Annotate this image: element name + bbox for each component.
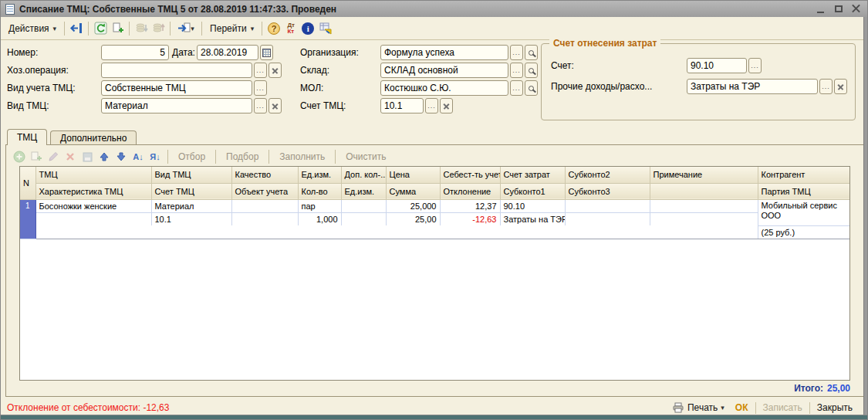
sort-ascending-button[interactable]: А↓	[130, 149, 146, 164]
end-edit-button[interactable]	[79, 149, 95, 164]
title-bar[interactable]: Списание ТМЦ: Собственные ТМЦ 5 от 28.08…	[1, 1, 867, 17]
cell-subkonto3[interactable]	[565, 212, 650, 225]
go-menu-button[interactable]: Перейти ▾	[205, 22, 258, 36]
row-number-cell[interactable]: 1	[20, 199, 35, 239]
tmc-grid[interactable]: N ТМЦ Вид ТМЦ Качество Ед.изм. Доп. кол-…	[19, 166, 850, 381]
deviation-status: Отклонение от себестоимости: -12,63	[7, 402, 169, 413]
cell-schet-tmc[interactable]: 10.1	[151, 212, 231, 225]
tmc-account-select-button[interactable]: ...	[425, 98, 438, 113]
cell-schet-zatrat[interactable]: 90.10	[500, 199, 565, 212]
actions-menu-button[interactable]: Действия ▾	[4, 22, 61, 36]
table-row[interactable]: 1 Босоножки женские Материал пар 25,000 …	[20, 199, 849, 212]
cell-primechanie[interactable]	[650, 199, 758, 212]
accounting-kind-input[interactable]	[101, 80, 252, 96]
tab-tmc[interactable]: ТМЦ	[7, 129, 47, 145]
cell-cena[interactable]: 25,000	[386, 199, 440, 212]
cell-ed-izm[interactable]: пар	[298, 199, 341, 212]
tmc-kind-select-button[interactable]: ...	[254, 98, 267, 113]
fill-button[interactable]: Заполнить	[274, 151, 330, 162]
dropdown-arrow-icon: ▾	[251, 25, 255, 32]
accounting-kind-select-button[interactable]: ...	[254, 80, 267, 96]
warehouse-input[interactable]	[380, 63, 508, 78]
print-button[interactable]: Печать ▾	[667, 402, 730, 413]
other-income-select-button[interactable]: ...	[819, 79, 833, 94]
cell-empty[interactable]	[35, 225, 758, 239]
tmc-kind-input[interactable]	[101, 98, 252, 113]
date-input[interactable]	[197, 45, 258, 60]
dt-kt-postings-button[interactable]: Дт Кт	[282, 20, 299, 37]
clear-x-icon	[837, 83, 844, 90]
tmc-account-input[interactable]	[380, 98, 424, 113]
gridbar-separator	[215, 150, 216, 164]
pick-button[interactable]: Подбор	[221, 151, 264, 162]
cell-harakteristika[interactable]	[35, 212, 151, 225]
cell-primechanie2[interactable]	[650, 212, 758, 225]
cell-obekt-ucheta[interactable]	[231, 212, 298, 225]
organization-input[interactable]	[380, 45, 508, 60]
cost-account-select-button[interactable]: ...	[748, 58, 762, 73]
mol-input[interactable]	[380, 80, 508, 96]
warehouse-open-button[interactable]	[525, 63, 538, 78]
close-button[interactable]	[849, 3, 863, 15]
output-menu-button[interactable]: ▾	[174, 20, 198, 37]
tmc-account-clear-button[interactable]	[440, 98, 453, 113]
cell-partiya[interactable]: (25 руб.)	[758, 225, 849, 239]
cell-ed-izm2[interactable]	[341, 212, 386, 225]
cell-summa[interactable]: 25,00	[386, 212, 440, 225]
tab-additional[interactable]: Дополнительно	[50, 130, 137, 145]
cell-kontragent[interactable]: Мобильный сервис ООО	[758, 199, 849, 225]
number-input[interactable]	[101, 45, 169, 60]
other-income-clear-button[interactable]	[834, 79, 847, 94]
actions-label: Действия	[8, 23, 49, 34]
organization-select-button[interactable]: ...	[510, 45, 523, 60]
move-row-up-button[interactable]	[96, 149, 112, 164]
cell-sebest[interactable]: 12,37	[440, 199, 500, 212]
clear-button[interactable]: Очистить	[340, 151, 391, 162]
delete-row-button[interactable]	[62, 149, 78, 164]
cell-otklonenie[interactable]: -12,63	[440, 212, 500, 225]
save-and-close-button[interactable]	[68, 20, 85, 37]
cell-kachestvo[interactable]	[231, 199, 298, 212]
move-row-down-button[interactable]	[113, 149, 129, 164]
col-header: Примечание	[650, 167, 758, 183]
cell-dop-kol[interactable]	[341, 199, 386, 212]
cost-account-input[interactable]	[687, 58, 747, 73]
table-row-line3[interactable]: (25 руб.)	[20, 225, 849, 239]
operation-select-button[interactable]: ...	[254, 63, 267, 78]
organization-open-button[interactable]	[525, 45, 538, 60]
other-income-input[interactable]	[687, 79, 818, 94]
write-button[interactable]: Записать	[758, 402, 808, 413]
button-separator	[809, 402, 810, 414]
cell-kol-vo[interactable]: 1,000	[298, 212, 341, 225]
copy-add-button[interactable]	[109, 20, 126, 37]
cell-subkonto2[interactable]	[565, 199, 650, 212]
operation-field: ...	[101, 63, 282, 78]
maximize-button[interactable]	[832, 3, 845, 15]
copy-row-button[interactable]	[29, 149, 44, 164]
window-bottom-edge	[1, 415, 867, 419]
minimize-button[interactable]	[814, 3, 827, 15]
structure-button[interactable]	[316, 20, 333, 37]
tmc-kind-clear-button[interactable]	[269, 98, 282, 113]
info-button[interactable]: i	[299, 20, 316, 37]
magnifier-icon	[529, 50, 534, 56]
close-form-button[interactable]: Закрыть	[812, 402, 858, 413]
operation-clear-button[interactable]	[269, 63, 282, 78]
operation-input[interactable]	[101, 63, 252, 78]
help-button[interactable]: ?	[265, 20, 282, 37]
mol-open-button[interactable]	[525, 80, 538, 96]
cell-tmc[interactable]: Босоножки женские	[35, 199, 151, 212]
cell-vid-tmc[interactable]: Материал	[151, 199, 231, 212]
edit-row-button[interactable]	[46, 149, 61, 164]
mol-select-button[interactable]: ...	[510, 80, 523, 96]
document-window: Списание ТМЦ: Собственные ТМЦ 5 от 28.08…	[0, 0, 868, 420]
add-row-button[interactable]	[12, 149, 27, 164]
warehouse-select-button[interactable]: ...	[510, 63, 523, 78]
sort-descending-button[interactable]: Я↓	[147, 149, 163, 164]
ok-button[interactable]: ОК	[730, 402, 754, 413]
refresh-button[interactable]	[92, 20, 109, 37]
cell-subkonto1[interactable]: Затраты на ТЭР	[500, 212, 565, 225]
table-row-line2[interactable]: 10.1 1,000 25,00 -12,63 Затраты на ТЭР	[20, 212, 849, 225]
filter-button[interactable]: Отбор	[173, 151, 211, 162]
date-calendar-button[interactable]	[260, 45, 273, 60]
